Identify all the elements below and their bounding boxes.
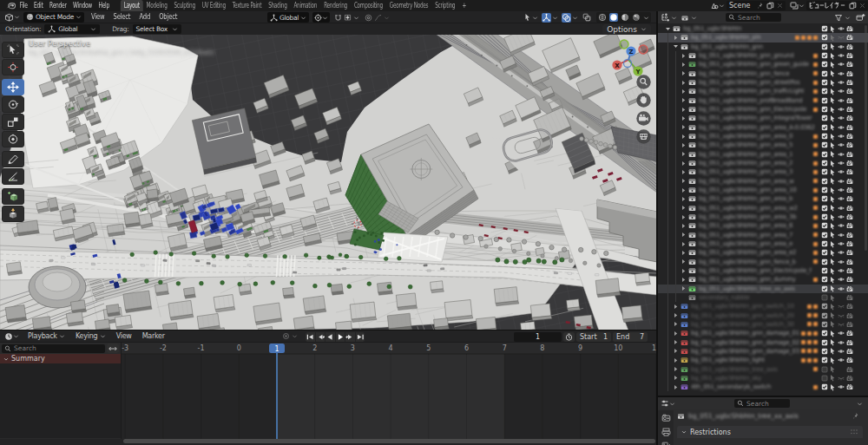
jump-to-end-button[interactable] <box>356 332 365 342</box>
selectable-toggle-icon[interactable] <box>829 43 836 50</box>
timeline-editor-chevron-icon[interactable] <box>13 333 19 339</box>
exclude-checkbox[interactable] <box>821 205 828 212</box>
jump-to-start-button[interactable] <box>306 332 315 342</box>
gizmo-axis-y-neg[interactable] <box>620 40 628 49</box>
gizmo-axis-x-neg[interactable] <box>639 45 648 54</box>
current-frame-field[interactable]: 1 <box>514 332 562 342</box>
workspace-tab-geometry-nodes[interactable]: Geometry Nodes <box>386 0 431 11</box>
selectable-toggle-icon[interactable] <box>829 96 836 104</box>
viewport-menu-add[interactable]: Add <box>135 13 155 21</box>
outliner-row[interactable]: bg_051_ugbcShbhtn_gnn_Electricpole <box>658 105 868 114</box>
outliner-row[interactable]: bg_051_ugbcShbhtn_gnn_trafficLight <box>658 87 868 95</box>
workspace-tab-modeling[interactable]: Modeling <box>143 0 171 11</box>
tab-viewlayer-icon[interactable] <box>661 442 671 445</box>
expand-icon[interactable] <box>672 339 679 345</box>
disable-render-toggle-icon[interactable] <box>846 383 853 390</box>
exclude-checkbox[interactable] <box>821 106 828 113</box>
outliner-display-mode-icon[interactable] <box>681 14 689 22</box>
xray-toggle-icon[interactable] <box>582 13 591 22</box>
expand-icon[interactable] <box>672 357 679 363</box>
shading-chevron-icon[interactable] <box>643 15 649 21</box>
selectable-toggle-icon[interactable] <box>829 285 836 292</box>
outliner-row[interactable]: bg_051_ugbcShbhtn_light <box>658 356 868 364</box>
show-overlays-icon[interactable] <box>562 13 571 23</box>
selectable-toggle-icon[interactable] <box>829 204 836 212</box>
selectable-toggle-icon[interactable] <box>829 187 836 194</box>
camera-view-icon[interactable] <box>636 111 651 126</box>
next-keyframe-button[interactable] <box>345 332 355 342</box>
outliner-row[interactable]: bg_051_ugbcShbhtn_gnn_switch_10 <box>658 302 868 311</box>
shading-rendered-icon[interactable] <box>632 13 641 22</box>
expand-icon[interactable] <box>680 160 687 167</box>
options-button[interactable]: Options <box>602 24 651 35</box>
expand-icon[interactable] <box>680 142 687 148</box>
expand-icon[interactable] <box>672 375 679 381</box>
hide-viewport-toggle-icon[interactable] <box>838 88 845 95</box>
hide-viewport-toggle-icon[interactable] <box>838 339 845 346</box>
hide-viewport-toggle-icon[interactable] <box>838 79 845 86</box>
exclude-checkbox[interactable] <box>821 187 828 193</box>
outliner-row[interactable]: bg_051_ugbcShbhtn_gnn_area_10 <box>658 186 868 194</box>
selectable-toggle-icon[interactable] <box>829 311 836 319</box>
selectable-toggle-icon[interactable] <box>829 177 836 185</box>
expand-icon[interactable] <box>680 151 687 157</box>
exclude-checkbox[interactable] <box>821 321 828 328</box>
exclude-checkbox[interactable] <box>821 70 828 77</box>
outliner-row[interactable]: 4th_051_secondaryb_switch <box>658 383 868 391</box>
outliner-row[interactable]: bg_051_ugbcShbhtn_gnn_area_3b <box>658 213 868 221</box>
expand-icon[interactable] <box>680 169 687 175</box>
selectable-toggle-icon[interactable] <box>829 79 836 87</box>
selectable-toggle-icon[interactable] <box>829 294 836 302</box>
tab-render-icon[interactable] <box>661 414 671 422</box>
disable-render-toggle-icon[interactable] <box>846 249 853 256</box>
outliner-row[interactable]: bg_051_ugbcShbhtn_gnn_fence <box>658 69 868 78</box>
outliner-row[interactable]: bg_051_ugbcShbhtn_gnn_dummy <box>658 275 868 284</box>
expand-icon[interactable] <box>680 88 687 95</box>
selectable-toggle-icon[interactable] <box>829 168 836 176</box>
timeline-menu-view[interactable]: View <box>111 332 137 340</box>
hide-viewport-toggle-icon[interactable] <box>838 330 845 337</box>
outliner-row[interactable]: bg_051_ugbcShbhtn_gnn_area_A-0.0362 <box>658 123 868 132</box>
scene-name-field[interactable]: Scene <box>727 1 786 10</box>
disable-render-toggle-icon[interactable] <box>846 375 853 382</box>
viewport-3d[interactable]: User Perspective bg_051_ugbcbcShibahta_g… <box>0 35 657 330</box>
disable-render-toggle-icon[interactable] <box>846 124 853 131</box>
tool-move-button[interactable] <box>2 79 24 95</box>
disable-render-toggle-icon[interactable] <box>846 267 853 274</box>
hide-viewport-toggle-icon[interactable] <box>838 232 845 239</box>
hide-viewport-toggle-icon[interactable] <box>838 168 845 175</box>
outliner-row[interactable]: bg_051_ugbcShbhtn_gnn_area_1 <box>658 150 868 159</box>
expand-icon[interactable] <box>680 205 687 211</box>
transform-orientation-selector[interactable]: Global <box>267 12 309 23</box>
disable-render-toggle-icon[interactable] <box>846 88 853 95</box>
hide-viewport-toggle-icon[interactable] <box>838 276 845 283</box>
timeline-canvas[interactable]: -3-2-102345678910111 <box>122 343 657 439</box>
disable-render-toggle-icon[interactable] <box>846 339 853 346</box>
exclude-checkbox[interactable] <box>821 232 828 239</box>
hide-viewport-toggle-icon[interactable] <box>838 124 845 131</box>
viewport-menu-select[interactable]: Select <box>108 13 135 21</box>
outliner-row[interactable]: bg_051_ugbcShbhtn_profBroadBand <box>658 96 868 105</box>
outliner-row[interactable]: bg_051_ugbcShbhtn_gnn_area_e2 <box>658 248 868 257</box>
hide-viewport-toggle-icon[interactable] <box>838 375 845 382</box>
outliner-row[interactable]: bg_051_ugbcShbhtn_gnn_area_b <box>658 194 868 203</box>
scene-chevron-icon[interactable] <box>719 3 725 9</box>
disable-render-toggle-icon[interactable] <box>846 160 853 167</box>
timeline-editor-type-icon[interactable] <box>4 332 13 341</box>
outliner-row[interactable]: bg_051_ugbcShbhtn_gnn_area_7 <box>658 231 868 239</box>
menu-window[interactable]: Window <box>69 2 95 10</box>
outliner-search-input[interactable]: Search <box>726 13 781 22</box>
disable-render-toggle-icon[interactable] <box>846 187 853 193</box>
exclude-checkbox[interactable] <box>821 222 828 229</box>
outliner-row[interactable]: bg_051_ugbcShbhtn_gnn_fence_b <box>658 258 868 266</box>
selectable-toggle-icon[interactable] <box>829 276 836 284</box>
outliner-row[interactable]: bg_051_ugbcShbhtn_gnn_green_guide <box>658 60 868 69</box>
selectable-toggle-icon[interactable] <box>829 88 836 95</box>
disable-render-toggle-icon[interactable] <box>846 97 853 104</box>
menu-file[interactable]: File <box>16 2 30 10</box>
viewlayer-chevron-icon[interactable] <box>799 3 805 9</box>
exclude-checkbox[interactable] <box>821 151 828 158</box>
outliner-row[interactable]: bg_051_ugbcShbhtn_gnn_area_0 <box>658 132 868 141</box>
expand-icon[interactable] <box>672 35 679 41</box>
exclude-checkbox[interactable] <box>821 115 828 121</box>
